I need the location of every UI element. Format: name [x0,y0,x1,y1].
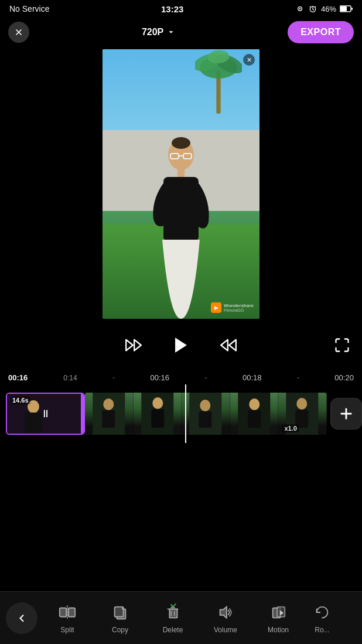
forward-button[interactable] [209,332,248,360]
location-icon [295,4,305,13]
dot2: • [205,375,207,380]
svg-point-29 [200,400,210,411]
svg-point-32 [249,398,259,410]
clip-thumbnail-1: 14.6s ⏸ [7,394,84,434]
clip-duration: 14.6s [11,396,30,404]
split-icon-wrap [57,602,78,623]
svg-rect-16 [177,169,185,177]
watermark-icon: ▶ [211,302,221,313]
svg-rect-33 [248,410,261,428]
video-preview: ▶ Wondershare FilmoraGO ✕ [103,49,259,319]
fullscreen-button[interactable] [334,337,350,355]
motion-icon-wrap [268,602,289,623]
svg-rect-4 [340,6,347,11]
quality-selector[interactable]: 720P [142,27,175,38]
watermark-text: Wondershare FilmoraGO [224,303,254,312]
video-preview-container: ▶ Wondershare FilmoraGO ✕ [0,47,362,321]
svg-point-1 [299,8,301,10]
dot1: • [113,375,115,380]
svg-rect-43 [169,609,177,618]
svg-marker-48 [220,607,227,618]
toolbar-copy[interactable]: Copy [94,595,146,642]
palm-tree-decoration [195,49,242,114]
svg-rect-30 [199,411,211,428]
quality-label: 720P [142,27,163,38]
time-0-14: 0:14 [63,374,77,382]
frame1-svg [85,393,133,435]
toolbar-motion[interactable]: Motion [252,595,305,642]
back-button[interactable] [6,602,37,634]
clip-speed: x1.0 [282,424,299,432]
close-button[interactable] [8,22,29,43]
bottom-toolbar: Split Copy Delete [0,591,362,644]
battery-icon [340,5,353,12]
svg-rect-24 [102,410,115,428]
rotate-icon-wrap [312,602,333,623]
clip-pause-icon: ⏸ [40,408,51,420]
svg-rect-38 [69,608,75,617]
signal-status: No Service [9,4,49,13]
clip-frames: x1.0 [85,393,327,435]
person-silhouette [146,137,216,319]
toolbar-volume[interactable]: Volume [199,595,252,642]
status-bar: No Service 13:23 46% [0,0,362,18]
time-00-16-a: 00:16 [8,373,28,382]
svg-rect-17 [163,177,199,241]
volume-label: Volume [214,626,237,634]
clip-frame-3 [182,393,230,435]
delete-icon-wrap [162,602,183,623]
time-00-18: 00:18 [243,373,262,382]
top-bar: 720P EXPORT [0,18,362,47]
svg-marker-18 [175,338,187,353]
svg-point-35 [297,398,308,410]
watermark: ▶ Wondershare FilmoraGO [211,302,254,313]
copy-icon-wrap [110,602,131,623]
clip-normal[interactable]: x1.0 [85,393,327,435]
timeline-ruler: 00:16 0:14 • 00:16 • 00:18 • 00:20 [0,371,362,384]
delete-label: Delete [163,626,183,634]
split-label: Split [60,626,74,634]
clip-frame-4 [230,393,279,435]
timeline-track: 14.6s ⏸ [0,390,362,437]
copy-label: Copy [112,626,128,634]
watermark-close-button[interactable]: ✕ [243,54,255,66]
rotate-label: Ro... [315,626,329,634]
dot3: • [298,375,299,380]
svg-point-26 [152,397,163,409]
clip-selected[interactable]: 14.6s ⏸ [6,393,85,435]
svg-point-12 [172,137,190,149]
svg-rect-27 [151,409,164,428]
time-00-16-b: 00:16 [151,373,170,382]
export-button[interactable]: EXPORT [288,21,354,43]
svg-rect-37 [60,608,66,617]
svg-rect-5 [351,8,353,10]
toolbar-delete[interactable]: Delete [146,595,199,642]
svg-rect-21 [25,413,42,434]
playback-controls [0,321,362,371]
toolbar-rotate[interactable]: Ro... [305,595,340,642]
alarm-icon [308,4,317,13]
volume-icon-wrap [215,602,236,623]
clip-frame-2 [134,393,182,435]
status-icons: 46% [295,4,353,13]
add-clip-button[interactable] [330,398,362,430]
rewind-button[interactable] [114,332,153,360]
toolbar-split[interactable]: Split [41,595,94,642]
battery-text: 46% [321,5,336,13]
clock: 13:23 [161,4,183,14]
timeline-area: 14.6s ⏸ [0,384,362,443]
svg-point-23 [103,398,114,410]
chevron-down-icon [167,28,175,36]
clip-right-handle[interactable] [81,394,84,434]
time-00-20: 00:20 [334,373,354,382]
clip-frame-1 [85,393,134,435]
play-button[interactable] [153,330,209,362]
motion-label: Motion [268,626,289,634]
clip-frame-5: x1.0 [278,393,327,435]
empty-editing-area [0,443,362,572]
